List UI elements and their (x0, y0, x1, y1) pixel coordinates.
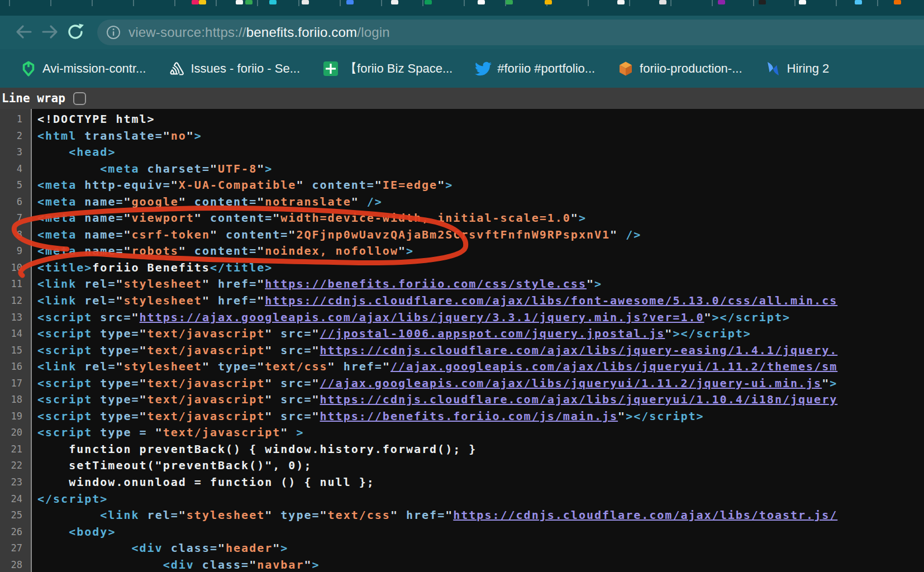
code-token: robots (132, 244, 179, 258)
code-token: <link (37, 277, 77, 290)
code-token: <body> (69, 525, 116, 538)
code-token: width=device-width, initial-scale=1.0 (280, 211, 571, 225)
bookmark-item[interactable]: Hiring 2 (765, 60, 830, 77)
reload-button[interactable] (63, 20, 88, 45)
code-token: " (163, 129, 171, 142)
bookmark-item[interactable]: Avi-mission-contr... (20, 60, 146, 77)
code-token: stylesheet (123, 294, 202, 307)
tab-separator (629, 0, 630, 6)
source-link[interactable]: https://cdnjs.cloudflare.com/ajax/libs/t… (453, 508, 837, 522)
green-ribbon-icon (20, 60, 37, 77)
code-token: <head> (69, 145, 116, 159)
info-icon[interactable] (106, 25, 121, 40)
code-token: " (610, 228, 618, 241)
tab-separator (133, 0, 134, 6)
code-token: src= (273, 344, 312, 357)
code-line: 1<!DOCTYPE html> (0, 111, 924, 128)
browser-tab-strip[interactable] (0, 0, 924, 16)
source-link[interactable]: https://benefits.foriio.com/css/style.cs… (265, 277, 587, 290)
sentry-icon (168, 60, 185, 77)
tab-separator (174, 0, 175, 6)
tab-favicon[interactable] (391, 0, 398, 4)
tab-favicon[interactable] (236, 0, 243, 4)
tab-separator (836, 0, 837, 6)
tab-favicon[interactable] (346, 0, 354, 4)
tab-favicon[interactable] (617, 0, 625, 4)
blue-x-icon (765, 60, 782, 77)
source-link[interactable]: //ajax.googleapis.com/ajax/libs/jqueryui… (390, 360, 837, 373)
code-token: <script (37, 311, 92, 324)
code-line: 19<script type="text/javascript" src="ht… (0, 408, 924, 425)
code-token: " (202, 360, 210, 373)
code-token: <meta (37, 178, 77, 192)
code-token: type= (92, 393, 139, 406)
code-token: content= (187, 195, 257, 208)
code-line-content: <link rel="stylesheet" type="text/css" h… (27, 507, 837, 524)
bookmarks-bar: Avi-mission-contr...Issues - foriio - Se… (0, 49, 924, 88)
code-token: type= (92, 327, 139, 340)
forward-button[interactable] (37, 20, 63, 45)
code-token: " (665, 327, 673, 340)
tab-favicon[interactable] (478, 0, 485, 4)
bookmark-item[interactable]: #foriio #portfolio... (475, 60, 595, 77)
tab-favicon[interactable] (199, 0, 206, 4)
code-line: 27 <div class="header"> (0, 540, 924, 557)
code-token: src= (273, 376, 312, 390)
code-token: " (123, 228, 131, 241)
tab-favicon[interactable] (425, 0, 432, 4)
code-line-content: <script type="text/javascript" src="//aj… (27, 375, 837, 392)
tab-favicon[interactable] (506, 0, 513, 4)
source-link[interactable]: https://cdnjs.cloudflare.com/ajax/libs/f… (265, 294, 837, 307)
line-wrap-bar: Line wrap (0, 88, 924, 109)
code-token: " (179, 508, 187, 522)
source-link[interactable]: //ajax.googleapis.com/ajax/libs/jqueryui… (320, 376, 822, 390)
source-link[interactable]: //jpostal-1006.appspot.com/jquery.jposta… (320, 327, 665, 340)
bookmark-item[interactable]: foriio-production-... (617, 60, 742, 77)
code-token: " (140, 344, 147, 357)
source-link[interactable]: https://ajax.googleapis.com/ajax/libs/jq… (140, 311, 704, 324)
bookmark-item[interactable]: Issues - foriio - Se... (168, 60, 300, 77)
code-token: src= (92, 311, 131, 324)
tab-favicon[interactable] (894, 0, 901, 4)
tab-favicon[interactable] (302, 0, 309, 4)
code-token: text/css (265, 360, 327, 373)
line-wrap-checkbox[interactable] (73, 92, 86, 105)
code-token: <script (37, 409, 92, 423)
tab-favicon[interactable] (718, 0, 725, 4)
code-token: " (375, 178, 383, 192)
line-number: 28 (0, 557, 27, 572)
code-token: noindex, nofollow (265, 244, 398, 258)
code-token: rel= (77, 277, 116, 290)
tab-favicon[interactable] (855, 0, 862, 4)
code-token: /> (618, 228, 641, 241)
back-button[interactable] (11, 20, 37, 45)
code-token: <meta (37, 195, 77, 208)
tab-favicon[interactable] (659, 0, 666, 4)
bookmark-item[interactable]: 【foriio Biz Space... (322, 60, 453, 77)
code-token: " (351, 195, 359, 208)
url-bar[interactable]: view-source:https://benefits.foriio.com/… (97, 20, 924, 45)
line-number: 21 (0, 441, 27, 458)
tab-favicon[interactable] (192, 0, 199, 4)
url-host: benefits.foriio.com (246, 25, 358, 40)
tab-favicon[interactable] (799, 0, 806, 4)
code-line: 8<meta name="csrf-token" content="2QFjnp… (0, 227, 924, 244)
tab-favicon[interactable] (545, 0, 552, 4)
code-token (37, 508, 100, 522)
tab-separator (877, 0, 878, 6)
code-line: 11<link rel="stylesheet" href="https://b… (0, 276, 924, 293)
source-link[interactable]: https://cdnjs.cloudflare.com/ajax/libs/j… (320, 344, 838, 357)
code-token: " (123, 244, 131, 258)
tab-favicon[interactable] (245, 0, 253, 4)
code-token: " (140, 327, 147, 340)
tab-favicon[interactable] (759, 0, 766, 4)
source-link[interactable]: https://cdnjs.cloudflare.com/ajax/libs/j… (320, 393, 838, 406)
bookmark-label: Issues - foriio - Se... (190, 61, 300, 76)
code-token: <script (37, 376, 92, 390)
code-line-content: <div class="navbar"> (27, 557, 320, 572)
code-token: src= (273, 327, 312, 340)
source-link[interactable]: https://benefits.foriio.com/js/main.js (320, 409, 618, 423)
tab-favicon[interactable] (269, 0, 277, 4)
code-token: " (273, 541, 280, 555)
back-arrow-icon (13, 21, 35, 44)
